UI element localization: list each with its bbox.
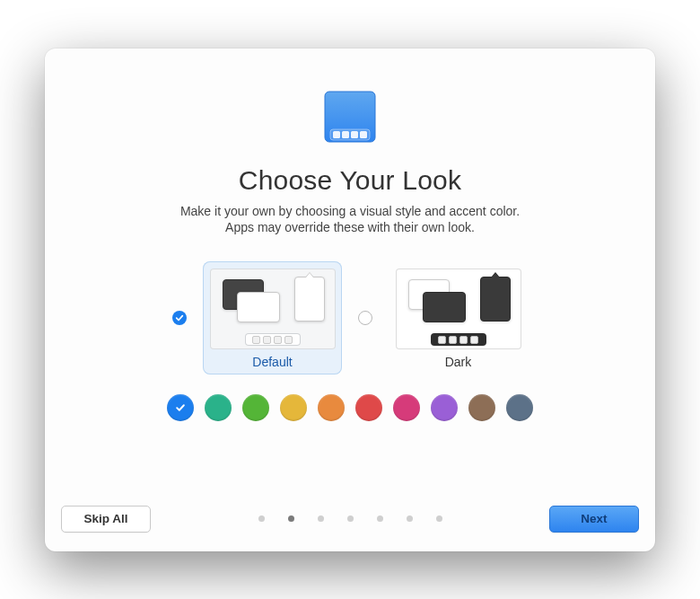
page-title: Choose Your Look bbox=[239, 165, 461, 196]
preview-dock bbox=[245, 333, 301, 346]
svg-rect-3 bbox=[342, 131, 349, 138]
accent-color-green[interactable] bbox=[242, 394, 269, 421]
footer: Skip All Next bbox=[45, 499, 655, 551]
style-radio-default[interactable] bbox=[172, 311, 187, 325]
page-subtitle: Make it your own by choosing a visual st… bbox=[180, 203, 520, 237]
next-button[interactable]: Next bbox=[549, 506, 639, 533]
style-option-label: Default bbox=[252, 355, 292, 369]
progress-dot bbox=[347, 515, 354, 522]
accent-color-row bbox=[167, 394, 533, 421]
progress-dot bbox=[407, 515, 413, 522]
style-option-label: Dark bbox=[445, 355, 472, 369]
skip-all-label: Skip All bbox=[83, 512, 127, 525]
preview-window-front bbox=[237, 292, 280, 322]
preview-window-front bbox=[423, 292, 466, 322]
preview-panel bbox=[480, 277, 511, 322]
svg-rect-5 bbox=[360, 131, 367, 138]
check-icon bbox=[175, 313, 184, 322]
accent-color-red[interactable] bbox=[355, 394, 382, 421]
svg-rect-4 bbox=[351, 131, 358, 138]
progress-dot bbox=[288, 515, 294, 522]
accent-color-blue[interactable] bbox=[167, 394, 194, 421]
accent-color-orange[interactable] bbox=[318, 394, 345, 421]
check-icon bbox=[175, 402, 186, 413]
accent-color-slate[interactable] bbox=[506, 394, 533, 421]
setup-window: Choose Your Look Make it your own by cho… bbox=[45, 48, 655, 551]
content-area: Choose Your Look Make it your own by cho… bbox=[45, 48, 655, 499]
progress-indicator bbox=[160, 515, 540, 522]
accent-color-pink[interactable] bbox=[393, 394, 420, 421]
progress-dot bbox=[377, 515, 383, 522]
style-preview-dark bbox=[396, 269, 521, 349]
skip-all-button[interactable]: Skip All bbox=[61, 506, 151, 533]
style-radio-dark[interactable] bbox=[358, 311, 372, 325]
progress-dot bbox=[436, 515, 442, 522]
style-option-dark[interactable]: Dark bbox=[389, 261, 528, 374]
next-label: Next bbox=[581, 512, 607, 525]
appearance-header-icon bbox=[316, 84, 384, 153]
progress-dot bbox=[258, 515, 265, 522]
progress-dot bbox=[318, 515, 324, 522]
accent-color-teal[interactable] bbox=[205, 394, 232, 421]
accent-color-purple[interactable] bbox=[431, 394, 458, 421]
preview-panel bbox=[294, 277, 325, 322]
accent-color-yellow[interactable] bbox=[280, 394, 307, 421]
preview-dock bbox=[431, 333, 486, 346]
style-preview-default bbox=[210, 269, 336, 349]
style-option-default[interactable]: Default bbox=[203, 261, 342, 374]
accent-color-brown[interactable] bbox=[468, 394, 495, 421]
style-options: Default Dark bbox=[172, 261, 528, 374]
svg-rect-2 bbox=[333, 131, 340, 138]
